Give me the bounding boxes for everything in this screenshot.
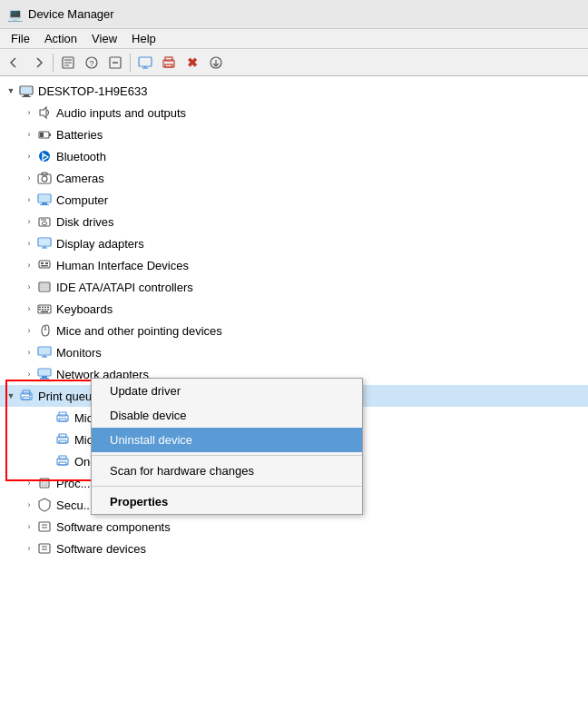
tree-monitors[interactable]: › Monitors (0, 341, 588, 363)
svg-rect-18 (21, 87, 32, 94)
context-disable-device[interactable]: Disable device (92, 403, 362, 428)
svg-rect-8 (139, 57, 152, 66)
tree-mice[interactable]: › Mice and other pointing devices (0, 320, 588, 341)
menu-bar: File Action View Help (0, 29, 588, 49)
svg-rect-54 (41, 311, 48, 313)
svg-rect-46 (39, 307, 41, 309)
tree-hid[interactable]: › Human Interface Devices (0, 254, 588, 276)
help-button[interactable]: ? (81, 52, 103, 74)
batteries-label: Batteries (56, 128, 103, 142)
tree-software-devices[interactable]: › Software devices (0, 538, 588, 559)
expand-network[interactable]: › (22, 367, 36, 381)
expand-hid[interactable]: › (22, 258, 36, 272)
expand-audio[interactable]: › (22, 105, 36, 120)
expand-print-queues[interactable]: ▼ (4, 389, 18, 403)
batteries-icon (36, 126, 53, 143)
expand-processors[interactable]: › (22, 476, 36, 490)
expand-software-components[interactable]: › (22, 519, 36, 534)
svg-rect-40 (45, 262, 48, 264)
hid-icon (36, 257, 53, 273)
remove-button[interactable] (104, 52, 126, 74)
print-button[interactable] (158, 52, 180, 74)
properties-button[interactable] (57, 52, 79, 74)
tree-ide[interactable]: › IDE ATA/ATAPI controllers (0, 276, 588, 298)
bluetooth-label: Bluetooth (56, 150, 106, 163)
tree-software-components[interactable]: › Software components (0, 516, 588, 538)
tree-computer[interactable]: › Computer (0, 189, 588, 211)
back-button[interactable] (4, 52, 25, 74)
cameras-label: Cameras (56, 172, 104, 185)
tree-keyboards[interactable]: › Keyboards (0, 298, 588, 320)
context-scan-hardware[interactable]: Scan for hardware changes (92, 459, 362, 483)
title-bar: 💻 Device Manager (0, 0, 588, 29)
delete-button[interactable]: ✖ (181, 52, 203, 74)
print-queues-icon (18, 388, 34, 404)
svg-rect-52 (44, 309, 46, 311)
svg-rect-30 (39, 195, 50, 202)
uninstall-device-label: Uninstall device (110, 433, 192, 447)
svg-rect-44 (40, 287, 49, 290)
svg-rect-39 (41, 262, 44, 264)
expand-disk[interactable]: › (22, 214, 36, 229)
tree-bluetooth[interactable]: › Bluetooth (0, 145, 588, 167)
tree-root[interactable]: ▼ DESKTOP-1H9E633 (0, 80, 588, 102)
audio-icon (36, 104, 53, 121)
root-icon (18, 83, 34, 99)
expand-bluetooth[interactable]: › (22, 149, 36, 163)
svg-rect-35 (39, 239, 50, 245)
expand-cameras[interactable]: › (22, 171, 36, 185)
security-icon (36, 497, 53, 513)
display-label: Display adapters (56, 237, 144, 251)
svg-rect-41 (41, 265, 48, 267)
tree-display[interactable]: › Display adapters (0, 232, 588, 254)
svg-point-32 (43, 222, 47, 225)
svg-rect-80 (39, 522, 50, 531)
printer1-icon (54, 410, 71, 426)
menu-file[interactable]: File (4, 30, 37, 47)
menu-help[interactable]: Help (124, 30, 163, 47)
expand-ide[interactable]: › (22, 280, 36, 294)
properties-label: Properties (110, 495, 168, 508)
expand-root[interactable]: ▼ (4, 84, 18, 98)
context-update-driver[interactable]: Update driver (92, 379, 362, 403)
expand-computer[interactable]: › (22, 193, 36, 207)
svg-rect-49 (47, 307, 49, 309)
expand-batteries[interactable]: › (22, 127, 36, 142)
update-driver-label: Update driver (110, 384, 181, 398)
disk-icon (36, 213, 53, 230)
computer-icon (36, 192, 53, 208)
svg-point-25 (42, 176, 47, 182)
keyboards-icon (36, 301, 53, 317)
context-uninstall-device[interactable]: Uninstall device (92, 428, 362, 452)
expand-display[interactable]: › (22, 236, 36, 251)
expand-mice[interactable]: › (22, 323, 36, 338)
tree-audio[interactable]: › Audio inputs and outputs (0, 102, 588, 123)
context-properties[interactable]: Properties (92, 489, 362, 514)
svg-rect-64 (39, 370, 50, 375)
download-button[interactable] (205, 52, 227, 74)
forward-button[interactable] (27, 52, 49, 74)
software-components-icon (36, 518, 53, 535)
svg-rect-28 (42, 202, 47, 204)
expand-software-devices[interactable]: › (22, 541, 36, 556)
menu-view[interactable]: View (84, 30, 124, 47)
svg-rect-13 (165, 64, 172, 67)
printer2-icon (54, 431, 71, 448)
network-icon (36, 366, 53, 382)
tree-cameras[interactable]: › Cameras (0, 167, 588, 189)
menu-action[interactable]: Action (37, 30, 84, 47)
monitor-button[interactable] (134, 52, 156, 74)
expand-monitors[interactable]: › (22, 345, 36, 360)
expand-security[interactable]: › (22, 498, 36, 512)
disk-label: Disk drives (56, 215, 114, 229)
display-icon (36, 235, 53, 252)
tree-disk[interactable]: › Disk drives (0, 211, 588, 232)
svg-rect-47 (42, 307, 44, 309)
hid-label: Human Interface Devices (56, 259, 189, 272)
expand-keyboards[interactable]: › (22, 301, 36, 316)
scan-hardware-label: Scan for hardware changes (110, 464, 254, 478)
svg-rect-21 (49, 133, 51, 136)
tree-batteries[interactable]: › Batteries (0, 123, 588, 145)
toolbar-sep-1 (53, 54, 54, 72)
root-label: DESKTOP-1H9E633 (38, 84, 147, 98)
